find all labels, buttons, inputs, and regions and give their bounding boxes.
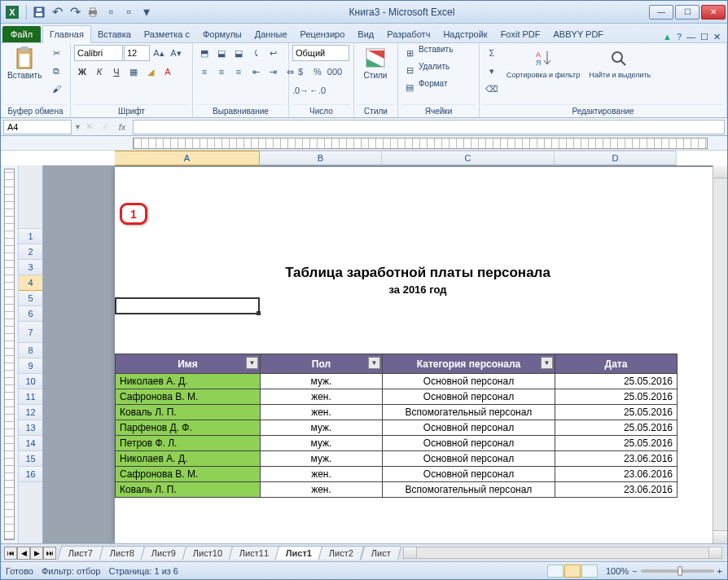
save-icon[interactable] [31,4,47,20]
header-sex[interactable]: Пол▼ [261,354,383,374]
cell-sex[interactable]: жен. [261,482,383,498]
mdi-restore-icon[interactable]: ☐ [700,32,708,42]
table-row[interactable]: Сафронова В. М.жен.Основной персонал25.0… [116,389,678,405]
cell-name[interactable]: Сафронова В. М. [116,467,261,482]
col-header-c[interactable]: C [382,151,555,165]
row-header[interactable]: 8 [19,343,42,358]
cell-category[interactable]: Основной персонал [383,451,555,467]
col-header-a[interactable]: A [115,151,260,165]
col-header-d[interactable]: D [555,151,677,165]
dec-indent-icon[interactable]: ⇤ [248,64,264,80]
sheet-tab[interactable]: Лист9 [141,546,187,560]
tab-nav-last-icon[interactable]: ⏭ [43,547,56,560]
sheet-tab[interactable]: Лист8 [99,546,146,560]
comma-icon[interactable]: 000 [327,64,343,80]
font-color-icon[interactable]: A [160,64,176,80]
row-header[interactable]: 12 [19,405,42,420]
scroll-up-icon[interactable] [713,165,727,178]
table-row[interactable]: Парфенов Д. Ф.муж.Основной персонал25.05… [116,420,678,436]
clear-icon[interactable]: ⌫ [483,81,501,97]
inc-indent-icon[interactable]: ⇥ [265,64,281,80]
scroll-down-icon[interactable] [713,530,727,543]
copy-icon[interactable]: ⧉ [47,63,65,79]
tab-formulas[interactable]: Формулы [196,26,248,42]
orientation-icon[interactable]: ⤹ [248,45,264,61]
row-header[interactable]: 14 [19,436,42,451]
redo-icon[interactable]: ↷ [67,4,83,20]
tab-pagelayout[interactable]: Разметка с [138,26,196,42]
row-header[interactable]: 16 [19,467,42,482]
cell-category[interactable]: Вспомогательный персонал [383,405,555,420]
grow-font-icon[interactable]: A▴ [151,45,167,61]
percent-icon[interactable]: % [309,64,326,80]
minimize-button[interactable]: — [649,5,673,20]
row-header[interactable]: 5 [19,291,42,306]
cell-name[interactable]: Коваль Л. П. [116,405,261,420]
fx-enter-icon[interactable]: ✓ [98,120,114,134]
tab-insert[interactable]: Вставка [91,26,138,42]
fill-icon[interactable]: ▾ [483,63,501,79]
underline-button[interactable]: Ч [108,64,125,80]
help-icon[interactable]: ? [677,32,682,42]
zoom-slider[interactable] [641,569,714,573]
tab-developer[interactable]: Разработч [380,26,436,42]
fill-color-icon[interactable]: ◢ [143,64,159,80]
cell-name[interactable]: Николаев А. Д. [116,451,261,467]
tab-addins[interactable]: Надстройк [436,26,493,42]
cell-category[interactable]: Основной персонал [383,374,555,389]
dec-dec-icon[interactable]: ←.0 [309,82,326,99]
autosum-icon[interactable]: Σ [483,45,501,61]
table-row[interactable]: Коваль Л. П.жен.Вспомогательный персонал… [116,405,678,420]
row-header[interactable]: 4 [19,275,42,291]
col-header-b[interactable]: B [260,151,382,165]
format-cells-icon[interactable]: ▤ [401,79,418,95]
cell-sex[interactable]: муж. [261,374,383,389]
row-header[interactable]: 9 [19,358,42,374]
maximize-button[interactable]: ☐ [675,5,699,20]
sort-filter-button[interactable]: АЯ Сортировка и фильтр [503,45,583,81]
sheet-tab[interactable]: Лист11 [229,546,280,560]
row-header[interactable]: 7 [19,322,42,343]
tab-review[interactable]: Рецензиро [294,26,352,42]
delete-cells-icon[interactable]: ⊟ [401,62,418,78]
cell-sex[interactable]: муж. [261,420,383,436]
align-center-icon[interactable]: ≡ [213,64,230,80]
filter-icon[interactable]: ▼ [368,357,380,369]
insert-cells-icon[interactable]: ⊞ [401,45,418,61]
horizontal-scrollbar[interactable] [403,547,722,559]
vertical-scrollbar[interactable] [713,165,727,543]
file-tab[interactable]: Файл [2,26,41,42]
formula-input[interactable] [133,120,725,134]
cell-category[interactable]: Основной персонал [383,420,555,436]
page-paper[interactable]: Таблица заработной платы персонала за 20… [115,167,721,543]
tab-home[interactable]: Главная [42,25,91,43]
cell-date[interactable]: 23.06.2016 [555,482,678,498]
row-header[interactable]: 15 [19,451,42,467]
row-header[interactable]: 13 [19,420,42,436]
mdi-min-icon[interactable]: — [686,32,695,42]
open-icon[interactable]: ▫ [121,4,137,20]
wrap-icon[interactable]: ↩ [265,45,281,61]
tab-data[interactable]: Данные [248,26,294,42]
tab-nav-prev-icon[interactable]: ◀ [17,547,30,560]
tab-foxit[interactable]: Foxit PDF [494,26,547,42]
table-row[interactable]: Петров Ф. Л.муж.Основной персонал25.05.2… [116,436,678,451]
filter-icon[interactable]: ▼ [541,357,553,369]
cell-date[interactable]: 25.05.2016 [555,436,678,451]
delete-cells-button[interactable]: Удалить [419,62,450,78]
align-bot-icon[interactable]: ⬓ [230,45,247,61]
cell-name[interactable]: Парфенов Д. Ф. [116,420,261,436]
align-left-icon[interactable]: ≡ [196,64,213,80]
cell-name[interactable]: Петров Ф. Л. [116,436,261,451]
qat-more-icon[interactable]: ▾ [138,4,155,20]
mdi-close-icon[interactable]: ✕ [713,32,721,42]
currency-icon[interactable]: $ [292,64,309,80]
tab-abbyy[interactable]: ABBYY PDF [547,26,611,42]
table-row[interactable]: Сафронова В. М.жен.Основной персонал23.0… [116,467,678,482]
align-top-icon[interactable]: ⬒ [196,45,213,61]
row-header[interactable]: 6 [19,306,42,322]
cell-category[interactable]: Основной персонал [383,389,555,405]
border-icon[interactable]: ▦ [125,64,142,80]
view-pagelayout-icon[interactable] [564,565,581,578]
cell-date[interactable]: 23.06.2016 [555,451,678,467]
